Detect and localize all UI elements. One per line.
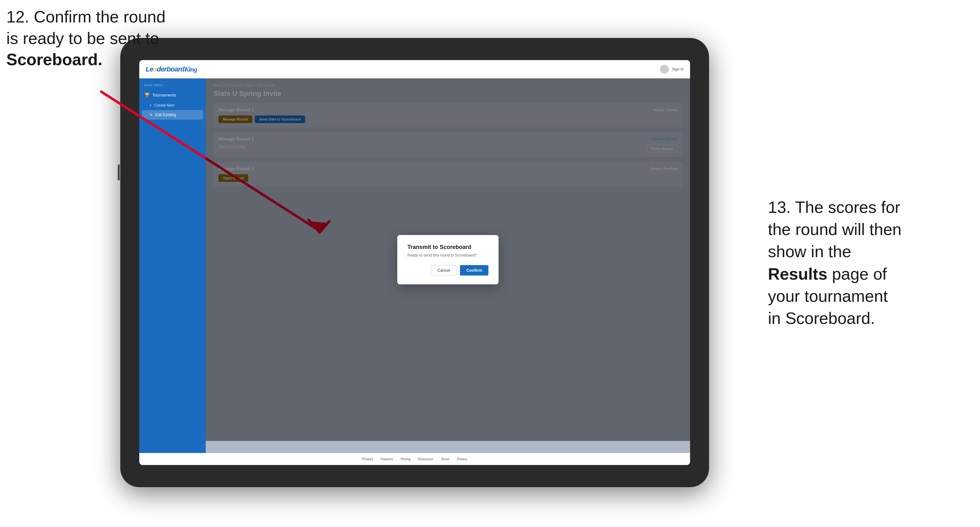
page-footer: Product Features Pricing Resources Terms… (139, 453, 690, 465)
top-navigation: LeaderboardKing Sign In (139, 60, 690, 78)
cancel-button[interactable]: Cancel (431, 265, 457, 276)
footer-link-privacy[interactable]: Privacy (457, 457, 467, 461)
annotation-step12: 12. Confirm the round is ready to be sen… (6, 6, 165, 71)
footer-link-pricing[interactable]: Pricing (401, 457, 410, 461)
modal-subtitle: Ready to send this round to Scoreboard? (407, 253, 488, 257)
footer-link-features[interactable]: Features (380, 457, 393, 461)
edit-icon: ✎ (150, 113, 153, 117)
create-new-label: Create New (154, 103, 174, 108)
sidebar-item-tournaments[interactable]: 🏆 Tournaments (139, 89, 206, 101)
footer-link-terms[interactable]: Terms (441, 457, 449, 461)
footer-link-resources[interactable]: Resources (418, 457, 433, 461)
tablet-device: LeaderboardKing Sign In MAIN MENU 🏆 Tour… (120, 38, 709, 487)
modal-overlay[interactable]: Transmit to Scoreboard Ready to send thi… (206, 78, 690, 441)
sidebar-item-edit-existing[interactable]: ✎ Edit Existing (142, 110, 203, 119)
main-menu-label: MAIN MENU (139, 84, 206, 89)
nav-right: Sign In (660, 65, 684, 74)
annotation-step13: 13. The scores for the round will then s… (768, 196, 964, 329)
tournaments-label: Tournaments (152, 93, 176, 97)
main-content: Home / Tournaments / State U Spring Invi… (206, 78, 690, 453)
sign-in-link[interactable]: Sign In (672, 67, 684, 71)
transmit-modal: Transmit to Scoreboard Ready to send thi… (397, 235, 498, 284)
footer-link-product[interactable]: Product (362, 457, 373, 461)
sidebar-item-create-new[interactable]: + Create New (139, 101, 206, 110)
main-layout: MAIN MENU 🏆 Tournaments + Create New ✎ E… (139, 78, 690, 453)
trophy-icon: 🏆 (144, 92, 150, 97)
tablet-side-button (118, 165, 120, 180)
modal-buttons: Cancel Confirm (407, 265, 488, 276)
tablet-screen: LeaderboardKing Sign In MAIN MENU 🏆 Tour… (139, 60, 690, 465)
edit-existing-label: Edit Existing (155, 113, 176, 117)
modal-title: Transmit to Scoreboard (407, 244, 488, 251)
sidebar: MAIN MENU 🏆 Tournaments + Create New ✎ E… (139, 78, 206, 453)
plus-icon: + (150, 103, 152, 108)
confirm-button[interactable]: Confirm (460, 265, 488, 276)
user-avatar-icon (660, 65, 669, 74)
